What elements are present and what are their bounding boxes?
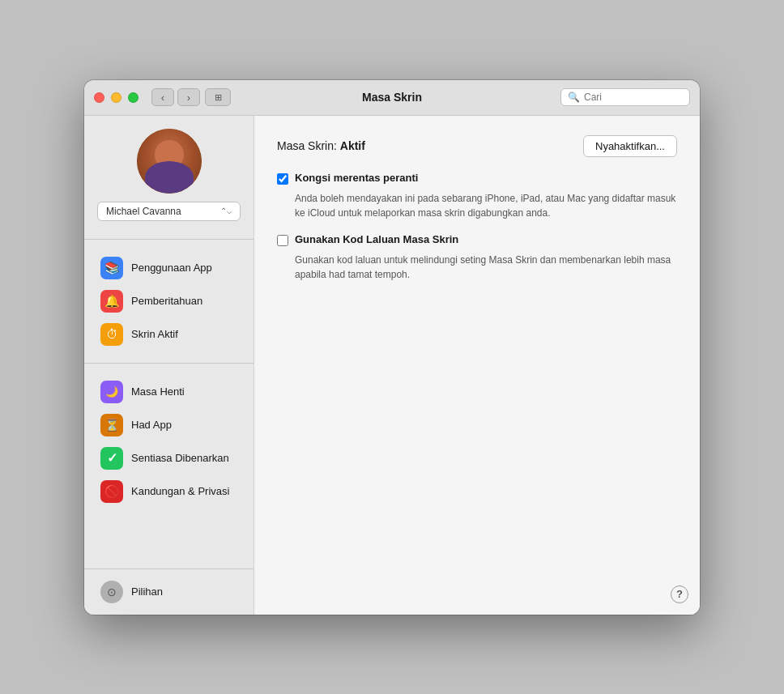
avatar-image: [137, 129, 202, 194]
sidebar-item-sentiasa-dibenarkan[interactable]: ✓ Sentiasa Dibenarkan: [89, 442, 249, 475]
chevron-icon: ⌃⌵: [220, 206, 232, 215]
main-content: Masa Skrin: Aktif Nyahaktifkan... Kongsi…: [254, 116, 700, 615]
sidebar-label-masa-henti: Masa Henti: [131, 385, 185, 398]
sidebar-item-masa-henti[interactable]: 🌙 Masa Henti: [89, 376, 249, 408]
sidebar-label-had-app: Had App: [131, 419, 172, 431]
had-app-icon: ⏳: [100, 414, 123, 436]
option-kongsi-row: Kongsi merentas peranti: [277, 172, 677, 185]
skrin-aktif-icon: ⏱: [100, 323, 123, 346]
avatar: [137, 129, 202, 194]
main-window: ‹ › ⊞ Masa Skrin 🔍 Michael Cavanna ⌃⌵: [84, 80, 700, 615]
sidebar-item-kandungan-privasi[interactable]: 🚫 Kandungan & Privasi: [89, 475, 249, 508]
avatar-section: Michael Cavanna ⌃⌵: [84, 129, 254, 231]
maximize-button[interactable]: [128, 92, 138, 103]
kongsi-desc: Anda boleh mendayakan ini pada sebarang …: [295, 191, 677, 220]
titlebar: ‹ › ⊞ Masa Skrin 🔍: [84, 80, 700, 116]
kandungan-privasi-icon: 🚫: [100, 480, 123, 503]
deactivate-button[interactable]: Nyahaktifkan...: [583, 135, 677, 157]
option-kodlaluan-row: Gunakan Kod Laluan Masa Skrin: [277, 233, 677, 246]
sidebar-label-kandungan-privasi: Kandungan & Privasi: [131, 485, 229, 497]
kod-laluan-checkbox[interactable]: [277, 235, 288, 246]
window-title: Masa Skrin: [362, 91, 422, 104]
sentiasa-dibenarkan-icon: ✓: [100, 447, 123, 470]
divider-1: [84, 239, 254, 240]
search-input[interactable]: [584, 92, 681, 103]
footer-label: Pilihan: [131, 585, 163, 598]
status-row: Masa Skrin: Aktif Nyahaktifkan...: [277, 135, 677, 157]
traffic-lights: [94, 92, 138, 103]
status-value: Aktif: [340, 139, 365, 152]
sidebar-label-skrin-aktif: Skrin Aktif: [131, 328, 178, 340]
footer-pilihan[interactable]: ⊙ Pilihan: [89, 576, 249, 608]
sidebar-item-had-app[interactable]: ⏳ Had App: [89, 409, 249, 441]
kod-laluan-label: Gunakan Kod Laluan Masa Skrin: [295, 233, 458, 245]
penggunaan-app-icon: 📚: [100, 257, 123, 279]
content-area: Michael Cavanna ⌃⌵ 📚 Penggunaan App 🔔 Pe…: [84, 116, 700, 615]
back-button[interactable]: ‹: [151, 88, 174, 106]
sidebar-label-pemberitahuan: Pemberitahuan: [131, 295, 202, 307]
kod-laluan-desc: Gunakan kod laluan untuk melindungi seti…: [295, 253, 677, 282]
status-label: Masa Skrin:: [277, 139, 337, 152]
sidebar-label-penggunaan-app: Penggunaan App: [131, 262, 212, 274]
user-name: Michael Cavanna: [106, 206, 181, 217]
grid-button[interactable]: ⊞: [205, 88, 231, 106]
forward-button[interactable]: ›: [177, 88, 200, 106]
sidebar-label-sentiasa-dibenarkan: Sentiasa Dibenarkan: [131, 452, 229, 464]
sidebar-section-1: 📚 Penggunaan App 🔔 Pemberitahuan ⏱ Skrin…: [84, 248, 254, 355]
minimize-button[interactable]: [111, 92, 121, 103]
sidebar-item-pemberitahuan[interactable]: 🔔 Pemberitahuan: [89, 285, 249, 317]
sidebar-item-skrin-aktif[interactable]: ⏱ Skrin Aktif: [89, 318, 249, 351]
status-text: Masa Skrin: Aktif: [277, 139, 365, 152]
search-icon: 🔍: [568, 92, 580, 103]
kongsi-label: Kongsi merentas peranti: [295, 172, 418, 184]
search-box[interactable]: 🔍: [560, 88, 690, 106]
sidebar-section-2: 🌙 Masa Henti ⏳ Had App ✓ Sentiasa Dibena…: [84, 372, 254, 512]
help-button[interactable]: ?: [671, 585, 688, 603]
divider-2: [84, 363, 254, 364]
close-button[interactable]: [94, 92, 104, 103]
pilihan-icon: ⊙: [100, 581, 123, 603]
pemberitahuan-icon: 🔔: [100, 290, 123, 313]
masa-henti-icon: 🌙: [100, 381, 123, 403]
sidebar: Michael Cavanna ⌃⌵ 📚 Penggunaan App 🔔 Pe…: [84, 116, 254, 615]
sidebar-footer: ⊙ Pilihan: [84, 568, 254, 615]
nav-buttons: ‹ ›: [151, 88, 200, 106]
kongsi-checkbox[interactable]: [277, 173, 288, 185]
user-selector[interactable]: Michael Cavanna ⌃⌵: [97, 202, 241, 221]
sidebar-item-penggunaan-app[interactable]: 📚 Penggunaan App: [89, 252, 249, 284]
